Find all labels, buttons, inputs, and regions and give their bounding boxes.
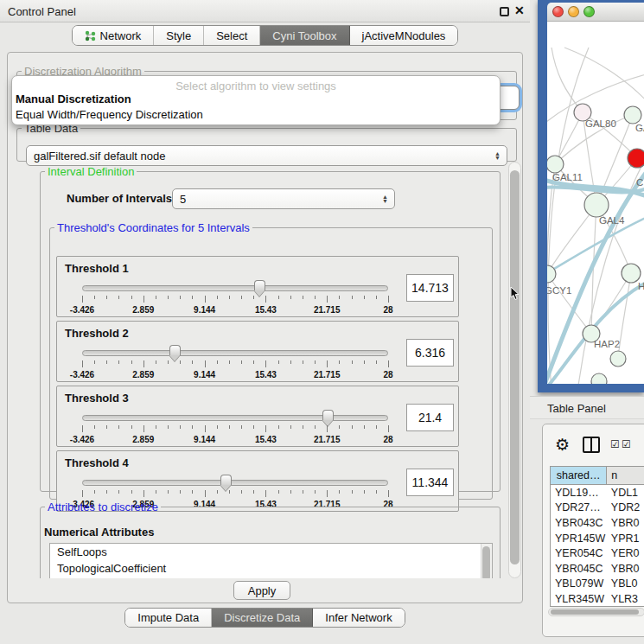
tick-label: -3.426 [70,435,94,444]
threshold-value[interactable]: 14.713 [406,274,454,302]
number-of-intervals-combobox[interactable]: 5 ▲▼ [172,188,395,209]
slider-thumb[interactable] [253,280,266,296]
tick-label: 28 [383,370,392,379]
table-row[interactable]: YDR27…YDR2 [551,501,644,516]
threshold-label: Threshold 2 [65,327,129,340]
mac-zoom-button[interactable] [583,6,595,17]
settings-scrollbar[interactable] [508,162,521,578]
threshold-slider[interactable]: -3.4262.8599.14415.4321.71528 [76,409,394,447]
columns-icon[interactable] [583,437,600,453]
tick-label: -3.426 [70,370,94,379]
apply-button[interactable]: Apply [233,581,290,600]
threshold-slider[interactable]: -3.4262.8599.14415.4321.71528 [76,279,394,317]
float-window-icon[interactable] [500,7,509,16]
threshold-slider[interactable]: -3.4262.8599.14415.4321.71528 [76,344,394,382]
table-row[interactable]: YER054CYER0 [551,545,644,561]
tick-label: 15.43 [255,435,277,444]
tick-label: 21.715 [314,370,341,379]
slider-track [82,415,388,421]
threshold-value[interactable]: 6.316 [406,339,454,367]
bottom-tab-infer-network[interactable]: Infer Network [313,609,404,627]
table-row[interactable]: YBR045CYBR0 [551,561,644,577]
attribute-item[interactable]: SelfLoops [50,544,492,560]
table-row[interactable]: YBL079WYBL0 [551,577,644,592]
threshold-label: Threshold 1 [65,262,129,275]
tab-cyni-toolbox[interactable]: Cyni Toolbox [260,26,349,45]
combo-spinner-icon: ▲▼ [494,151,501,160]
mac-minimize-button[interactable] [568,6,579,17]
network-node[interactable] [622,264,641,283]
tab-label: Style [166,29,191,42]
mouse-cursor [510,287,520,301]
table-data-value: galFiltered.sif default node [34,150,165,163]
tab-network[interactable]: Network [73,26,155,45]
network-node[interactable] [591,373,607,384]
network-canvas[interactable]: GAL80GACGAL11GAL4GCY1HHAP2 [547,22,644,384]
table-horizontal-scrollbar[interactable] [548,608,644,616]
slider-thumb[interactable] [322,410,335,426]
network-node-label: GA [635,123,644,133]
checkbox-icon[interactable]: ☑ [610,438,620,450]
tab-select[interactable]: Select [204,26,260,45]
numerical-attributes-list[interactable]: SelfLoopsTopologicalCoefficientBetweenne… [49,543,493,578]
bottom-tab-discretize-data[interactable]: Discretize Data [212,609,313,627]
mac-close-button[interactable] [552,6,564,17]
node-table[interactable]: shared…n YDL19…YDL1YDR27…YDR2YBR043CYBR0… [550,466,644,607]
attribute-item[interactable]: TopologicalCoefficient [50,560,492,577]
attributes-group: Attributes to discretize Numerical Attri… [40,501,501,578]
popup-option[interactable]: Equal Width/Frequency Discretization [12,107,500,123]
tab-jactivemnodules[interactable]: jActiveMNodules [350,26,458,45]
interval-definition-group: Interval Definition Number of Intervals … [40,165,501,492]
network-node-label: GAL11 [552,172,583,182]
tab-label: jActiveMNodules [362,29,446,42]
threshold-panel: Threshold 1-3.4262.8599.14415.4321.71528… [56,256,459,317]
table-row[interactable]: YPR145WYPR1 [551,531,644,546]
table-cell: YDR27… [551,501,608,516]
table-cell: YDR2 [608,501,644,516]
checkbox-icon[interactable]: ☑ [622,438,631,450]
table-cell: YBR045C [551,561,608,577]
tick-label: -3.426 [70,305,94,315]
slider-thumb[interactable] [220,475,233,491]
table-column-header[interactable]: shared… [551,467,607,485]
table-panel-titlebar: Table Panel [530,396,644,419]
close-icon[interactable]: ✕ [514,3,525,17]
threshold-value[interactable]: 21.4 [406,404,454,431]
top-tab-group: NetworkStyleSelectCyni ToolboxjActiveMNo… [72,25,459,46]
tick-label: 15.43 [255,305,277,315]
table-row[interactable]: YLR345WYLR3 [551,591,644,607]
tick-label: 28 [383,435,392,444]
network-node[interactable] [610,351,626,367]
attribute-item[interactable]: BetweennessCentrality [50,577,492,578]
tab-style[interactable]: Style [154,26,204,45]
table-cell: YBL079W [551,577,608,592]
slider-track [82,350,388,356]
network-node[interactable] [547,156,564,173]
tick-label: 21.715 [314,435,341,444]
table-cell: YBR043C [551,515,608,531]
popup-option[interactable]: Manual Discretization [12,92,500,107]
table-cell: YDL1 [608,485,644,501]
bottom-tab-impute-data[interactable]: Impute Data [125,609,212,627]
gear-icon[interactable]: ⚙ [555,435,570,455]
network-node[interactable] [584,193,609,217]
popup-header: Select algorithm to view settings [12,76,500,92]
threshold-label: Threshold 3 [65,392,129,405]
network-node[interactable] [624,106,641,124]
slider-thumb[interactable] [169,345,182,361]
table-row[interactable]: YDL19…YDL1 [551,485,644,501]
tab-label: Discretize Data [224,611,300,624]
tick-label: 2.859 [132,370,154,379]
network-node[interactable] [628,149,644,168]
network-node-label: GCY1 [547,285,571,296]
threshold-value[interactable]: 11.344 [406,469,454,496]
network-view-window: GAL80GACGAL11GAL4GCY1HHAP2 [538,0,644,392]
slider-tick-labels: -3.4262.8599.14415.4321.71528 [82,305,388,316]
thresholds-group-label: Threshold's Coordinates for 5 Intervals [54,221,252,234]
interval-definition-label: Interval Definition [45,165,137,178]
tab-label: Select [216,29,247,42]
table-row[interactable]: YBR043CYBR0 [551,515,644,531]
table-column-header[interactable]: n [607,467,644,485]
attributes-scrollbar[interactable] [481,544,492,578]
settings-scrollpane: Interval Definition Number of Intervals … [16,162,521,578]
